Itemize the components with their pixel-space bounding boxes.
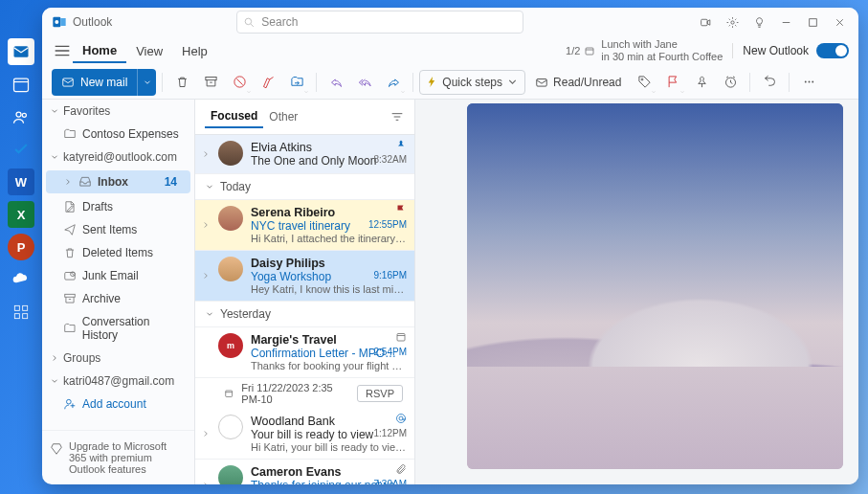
report-button[interactable] bbox=[226, 69, 253, 96]
folder-archive[interactable]: Archive bbox=[42, 287, 194, 310]
toolbar: New mail Quick steps Read/Unread bbox=[42, 65, 858, 100]
svg-rect-6 bbox=[23, 305, 28, 310]
account-label: katyreid@outlook.com bbox=[63, 150, 177, 164]
tab-other[interactable]: Other bbox=[263, 106, 303, 127]
read-unread-button[interactable]: Read/Unread bbox=[527, 76, 629, 89]
snooze-button[interactable] bbox=[717, 69, 744, 96]
reminder-chip[interactable]: Lunch with Jane in 30 min at Fourth Coff… bbox=[601, 38, 723, 62]
new-mail-label: New mail bbox=[80, 76, 127, 89]
filter-icon[interactable] bbox=[389, 109, 405, 124]
more-button[interactable] bbox=[795, 69, 822, 96]
rail-check-icon[interactable] bbox=[8, 136, 34, 163]
svg-point-29 bbox=[641, 79, 643, 80]
tab-focused[interactable]: Focused bbox=[205, 105, 263, 128]
tips-button[interactable] bbox=[746, 9, 772, 35]
folder-history[interactable]: Conversation History bbox=[42, 310, 194, 347]
reminder-counter: 1/2 bbox=[566, 45, 580, 56]
message-item[interactable]: Woodland Bank Your bill is ready to view… bbox=[195, 409, 414, 460]
upgrade-banner[interactable]: Upgrade to Microsoft 365 with premium Ou… bbox=[42, 430, 194, 484]
reminder-snooze-icon[interactable] bbox=[584, 45, 595, 56]
folder-deleted[interactable]: Deleted Items bbox=[42, 241, 194, 264]
meet-now-button[interactable] bbox=[692, 9, 719, 35]
reading-pane-image bbox=[467, 103, 843, 469]
message-item[interactable]: m Margie's Travel Confirmation Letter - … bbox=[195, 327, 414, 378]
message-time: 2:54PM bbox=[374, 347, 407, 357]
pin-icon bbox=[395, 139, 407, 150]
pin-button[interactable] bbox=[688, 69, 715, 96]
archive-button[interactable] bbox=[197, 69, 224, 96]
folder-junk[interactable]: Junk Email bbox=[42, 264, 194, 287]
message-time: 12:55PM bbox=[368, 219, 407, 230]
diamond-icon bbox=[50, 442, 63, 456]
reply-all-button[interactable] bbox=[351, 69, 378, 96]
tab-help[interactable]: Help bbox=[172, 40, 217, 62]
message-item[interactable]: Elvia Atkins The One and Only Moon 8:32A… bbox=[195, 135, 414, 174]
new-mail-button[interactable]: New mail bbox=[52, 69, 156, 96]
tab-view[interactable]: View bbox=[126, 40, 172, 62]
favorites-section[interactable]: Favorites bbox=[42, 100, 194, 123]
rail-people-icon[interactable] bbox=[8, 103, 34, 130]
reply-button[interactable] bbox=[323, 69, 349, 96]
svg-point-33 bbox=[812, 81, 813, 83]
account2-section[interactable]: katri0487@gmail.com bbox=[42, 370, 194, 393]
rsvp-button[interactable]: RSVP bbox=[357, 385, 403, 402]
minimize-button[interactable] bbox=[772, 9, 799, 35]
sweep-button[interactable] bbox=[255, 69, 281, 96]
folder-label: Junk Email bbox=[82, 269, 139, 282]
new-outlook-toggle[interactable]: New Outlook bbox=[732, 43, 849, 58]
tag-button[interactable] bbox=[631, 69, 657, 96]
group-label: Today bbox=[220, 180, 251, 193]
message-time: 7:30AM bbox=[374, 479, 407, 484]
folder-label: Archive bbox=[82, 292, 121, 305]
search-placeholder: Search bbox=[261, 15, 298, 29]
rail-word-icon[interactable]: W bbox=[8, 168, 34, 195]
folder-label: Conversation History bbox=[82, 315, 187, 342]
svg-rect-1 bbox=[14, 79, 29, 91]
settings-button[interactable] bbox=[719, 9, 746, 35]
search-icon bbox=[243, 16, 256, 29]
app-title: Outlook bbox=[73, 15, 112, 29]
close-button[interactable] bbox=[826, 9, 853, 35]
tab-home[interactable]: Home bbox=[73, 39, 126, 63]
toggle-switch-icon bbox=[816, 43, 849, 58]
quick-steps-button[interactable]: Quick steps bbox=[419, 70, 525, 95]
delete-button[interactable] bbox=[168, 69, 195, 96]
add-account-button[interactable]: Add account bbox=[42, 393, 194, 415]
rail-onedrive-icon[interactable] bbox=[8, 266, 34, 293]
message-list: Focused Other Elvia Atkins The One and O… bbox=[195, 100, 415, 484]
undo-button[interactable] bbox=[756, 69, 783, 96]
group-today[interactable]: Today bbox=[195, 174, 414, 200]
rail-calendar-icon[interactable] bbox=[8, 71, 34, 98]
chevron-right-icon bbox=[201, 149, 211, 159]
svg-point-32 bbox=[809, 81, 811, 83]
avatar bbox=[218, 141, 243, 166]
message-item[interactable]: Cameron Evans Thanks for joining our net… bbox=[195, 460, 414, 484]
account-section[interactable]: katyreid@outlook.com bbox=[42, 146, 194, 168]
favorite-folder[interactable]: Contoso Expenses bbox=[42, 123, 194, 146]
svg-line-12 bbox=[251, 24, 254, 27]
rail-powerpoint-icon[interactable]: P bbox=[8, 234, 34, 260]
rail-mail-icon[interactable] bbox=[8, 38, 34, 65]
flag-button[interactable] bbox=[659, 69, 686, 96]
hamburger-button[interactable] bbox=[52, 40, 73, 61]
maximize-button[interactable] bbox=[799, 9, 826, 35]
rail-more-icon[interactable] bbox=[8, 299, 34, 326]
message-item[interactable]: Serena Ribeiro NYC travel itinerary Hi K… bbox=[195, 200, 414, 251]
folder-sent[interactable]: Sent Items bbox=[42, 218, 194, 241]
group-yesterday[interactable]: Yesterday bbox=[195, 302, 414, 327]
message-item[interactable]: Daisy Philips Yoga Workshop Hey Katri, I… bbox=[195, 251, 414, 302]
reminder-sub: in 30 min at Fourth Coffee bbox=[601, 51, 723, 63]
folder-inbox[interactable]: Inbox 14 bbox=[46, 170, 190, 193]
avatar: m bbox=[218, 333, 243, 358]
forward-button[interactable] bbox=[380, 69, 407, 96]
folder-drafts[interactable]: Drafts bbox=[42, 195, 194, 218]
groups-section[interactable]: Groups bbox=[42, 347, 194, 370]
svg-point-31 bbox=[805, 81, 807, 83]
new-mail-split-icon[interactable] bbox=[137, 69, 156, 96]
message-preview: Hey Katri, I know this is last minute, b… bbox=[251, 283, 407, 295]
move-button[interactable] bbox=[283, 69, 310, 96]
search-box[interactable]: Search bbox=[236, 11, 523, 34]
upgrade-text: 365 with premium bbox=[69, 452, 167, 463]
svg-rect-28 bbox=[537, 79, 547, 86]
rail-excel-icon[interactable]: X bbox=[8, 201, 34, 228]
